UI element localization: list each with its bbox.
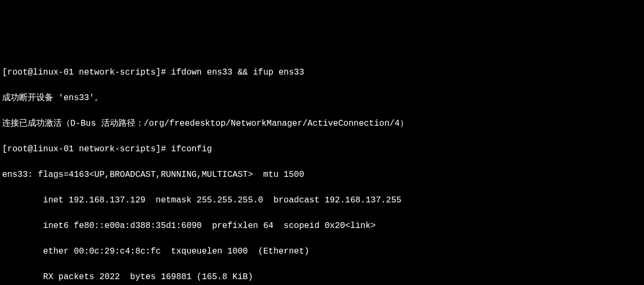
output-connection-activated: 连接已成功激活（D-Bus 活动路径：/org/freedesktop/Netw… [2, 117, 642, 130]
ens33-rx-packets: RX packets 2022 bytes 169881 (165.8 KiB) [2, 271, 642, 283]
prompt-line-ifdown: [root@linux-01 network-scripts]# ifdown … [2, 66, 642, 79]
ens33-header: ens33: flags=4163<UP,BROADCAST,RUNNING,M… [2, 168, 642, 181]
ens33-inet6: inet6 fe80::e00a:d388:35d1:6090 prefixle… [2, 219, 642, 232]
ens33-inet: inet 192.168.137.129 netmask 255.255.255… [2, 194, 642, 207]
terminal-output[interactable]: [root@linux-01 network-scripts]# ifdown … [2, 53, 642, 285]
ens33-ether: ether 00:0c:29:c4:8c:fc txqueuelen 1000 … [2, 245, 642, 258]
prompt-line-ifconfig: [root@linux-01 network-scripts]# ifconfi… [2, 143, 642, 156]
output-disconnect-success: 成功断开设备 'ens33'。 [2, 92, 642, 104]
